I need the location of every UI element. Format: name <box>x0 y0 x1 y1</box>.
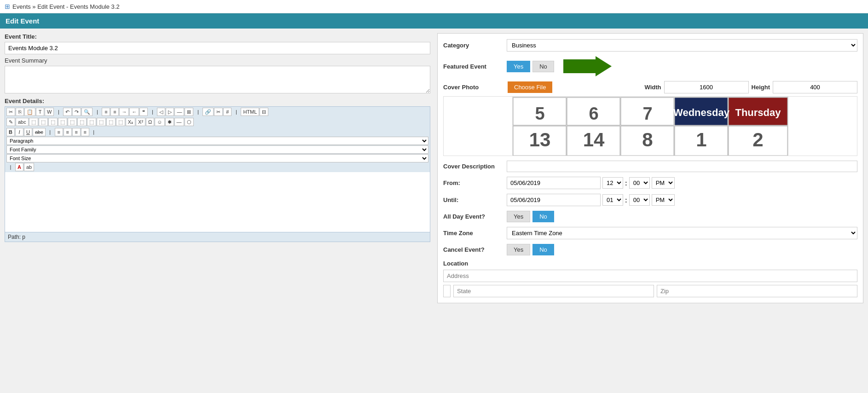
width-label: Width <box>645 84 661 91</box>
font-color-btn[interactable]: A <box>15 163 23 171</box>
until-colon: : <box>625 196 627 204</box>
featured-no-button[interactable]: No <box>532 61 554 72</box>
from-time-row: 12 01020304 05060708 091011 : 00153045 P… <box>507 177 675 189</box>
list-unordered-btn[interactable]: ≡ <box>102 108 110 116</box>
font-size-select[interactable]: Font Size <box>6 154 428 162</box>
cover-description-label: Cover Description <box>443 163 503 170</box>
align-right-btn[interactable]: ≡ <box>72 128 81 136</box>
paste-word-btn[interactable]: W <box>45 108 54 116</box>
paste-text-btn[interactable]: T <box>36 108 44 116</box>
event-title-input[interactable] <box>5 42 430 54</box>
cut-btn[interactable]: ✂ <box>6 108 15 116</box>
strikethrough-btn[interactable]: abc <box>33 128 46 136</box>
height-input[interactable] <box>773 81 857 93</box>
right-panel: Category Business Family Community Sport… <box>437 33 863 303</box>
event-summary-input[interactable] <box>5 66 430 93</box>
left-panel: Event Title: Event Summary Event Details… <box>5 33 437 242</box>
fullscreen-btn[interactable]: ⊟ <box>260 108 268 116</box>
cover-description-row: Cover Description <box>443 161 857 172</box>
toolbar-btn-9[interactable]: ⬚ <box>87 118 96 126</box>
from-minute-select[interactable]: 00153045 <box>629 177 650 189</box>
blockquote-btn[interactable]: ❝ <box>139 108 148 116</box>
height-label: Height <box>752 84 770 91</box>
toolbar-row-2: ✎ abc ⬚ ⬚ ⬚ ⬚ ⬚ ⬚ ⬚ ⬚ ⬚ ⬚ X₂ X² Ω ☺ ✱ <box>5 117 430 127</box>
toolbar-btn-3[interactable]: ⬚ <box>29 118 38 126</box>
toolbar-btn-5[interactable]: ⬚ <box>48 118 58 126</box>
address-input[interactable] <box>443 270 857 282</box>
event-title-section: Event Title: <box>5 33 430 54</box>
timezone-select[interactable]: Eastern Time Zone Central Time Zone Moun… <box>507 227 857 239</box>
until-minute-select[interactable]: 00153045 <box>629 194 650 206</box>
underline-btn[interactable]: U <box>24 128 32 136</box>
highlight-btn[interactable]: ab <box>24 163 34 171</box>
list-ordered-btn[interactable]: ≡ <box>110 108 119 116</box>
italic-btn[interactable]: I <box>15 128 23 136</box>
align-center-btn[interactable]: ≡ <box>64 128 72 136</box>
insert-rule-btn[interactable]: — <box>174 108 184 116</box>
toolbar-btn-6[interactable]: ⬚ <box>58 118 67 126</box>
toolbar-btn-7[interactable]: ⬚ <box>68 118 77 126</box>
page-break-btn[interactable]: ✱ <box>165 118 174 126</box>
subscript-btn[interactable]: X₂ <box>126 118 135 126</box>
find-btn[interactable]: 🔍 <box>81 108 93 116</box>
smiley-btn[interactable]: ☺ <box>155 118 164 126</box>
cancel-yes-button[interactable]: Yes <box>507 244 530 255</box>
from-date-input[interactable] <box>507 177 601 189</box>
spell-check-btn[interactable]: abc <box>16 118 29 126</box>
from-hour-select[interactable]: 12 01020304 05060708 091011 <box>602 177 623 189</box>
redo-btn[interactable]: ↷ <box>72 108 81 116</box>
special-char-btn[interactable]: Ω <box>146 118 154 126</box>
edit-source-btn[interactable]: ✎ <box>6 118 15 126</box>
copy-btn[interactable]: ⎘ <box>16 108 24 116</box>
align-left-btn[interactable]: ≡ <box>55 128 63 136</box>
link-btn[interactable]: 🔗 <box>203 108 214 116</box>
insert-right-btn[interactable]: ▷ <box>166 108 174 116</box>
undo-btn[interactable]: ↶ <box>63 108 72 116</box>
cover-description-input[interactable] <box>507 161 857 172</box>
show-blocks-btn[interactable]: ⬡ <box>185 118 194 126</box>
event-title-label: Event Title: <box>5 33 430 40</box>
featured-yes-button[interactable]: Yes <box>507 61 530 72</box>
unlink-btn[interactable]: ✂ <box>214 108 223 116</box>
until-time-row: 12 01020304 05060708 091011 : 00153045 P… <box>507 194 675 206</box>
until-hour-select[interactable]: 12 01020304 05060708 091011 <box>602 194 623 206</box>
state-input[interactable] <box>453 285 654 297</box>
toolbar-btn-10[interactable]: ⬚ <box>97 118 106 126</box>
cover-photo-preview: 5 6 7 Wednesday Thursday 13 14 8 1 2 <box>443 96 857 156</box>
toolbar-btn-12[interactable]: ⬚ <box>116 118 125 126</box>
category-select[interactable]: Business Family Community Sports <box>507 39 857 52</box>
svg-text:1: 1 <box>696 129 706 150</box>
outdent-btn[interactable]: ← <box>129 108 139 116</box>
insert-table-btn[interactable]: ⊞ <box>185 108 193 116</box>
indent-btn[interactable]: → <box>119 108 129 116</box>
align-justify-btn[interactable]: ≡ <box>81 128 89 136</box>
category-label: Category <box>443 42 503 49</box>
bold-btn[interactable]: B <box>6 128 15 136</box>
font-family-select[interactable]: Font Family <box>6 145 428 154</box>
toolbar-btn-11[interactable]: ⬚ <box>106 118 116 126</box>
width-input[interactable] <box>664 81 749 93</box>
all-day-no-button[interactable]: No <box>532 211 554 222</box>
toolbar-btn-4[interactable]: ⬚ <box>39 118 48 126</box>
from-ampm-select[interactable]: PMAM <box>652 177 675 189</box>
paragraph-select[interactable]: Paragraph <box>6 137 428 145</box>
insert-left-btn[interactable]: ◁ <box>157 108 165 116</box>
timezone-row: Time Zone Eastern Time Zone Central Time… <box>443 227 857 239</box>
cancel-no-button[interactable]: No <box>532 244 554 255</box>
all-day-yes-button[interactable]: Yes <box>507 211 530 222</box>
city-input[interactable] <box>443 285 451 297</box>
featured-event-row: Featured Event Yes No <box>443 56 857 76</box>
editor-content-area[interactable] <box>5 172 430 232</box>
html-btn[interactable]: HTML <box>241 108 259 116</box>
em-dash-btn[interactable]: — <box>174 118 184 126</box>
choose-file-button[interactable]: Choose File <box>508 81 552 93</box>
toolbar-btn-8[interactable]: ⬚ <box>77 118 87 126</box>
until-date-input[interactable] <box>507 194 601 206</box>
event-summary-section: Event Summary <box>5 57 430 95</box>
grid-icon: ⊞ <box>5 3 10 10</box>
superscript-btn[interactable]: X² <box>136 118 145 126</box>
anchor-btn[interactable]: # <box>223 108 231 116</box>
until-ampm-select[interactable]: PMAM <box>652 194 675 206</box>
paste-btn[interactable]: 📋 <box>24 108 35 116</box>
zip-input[interactable] <box>657 285 857 297</box>
